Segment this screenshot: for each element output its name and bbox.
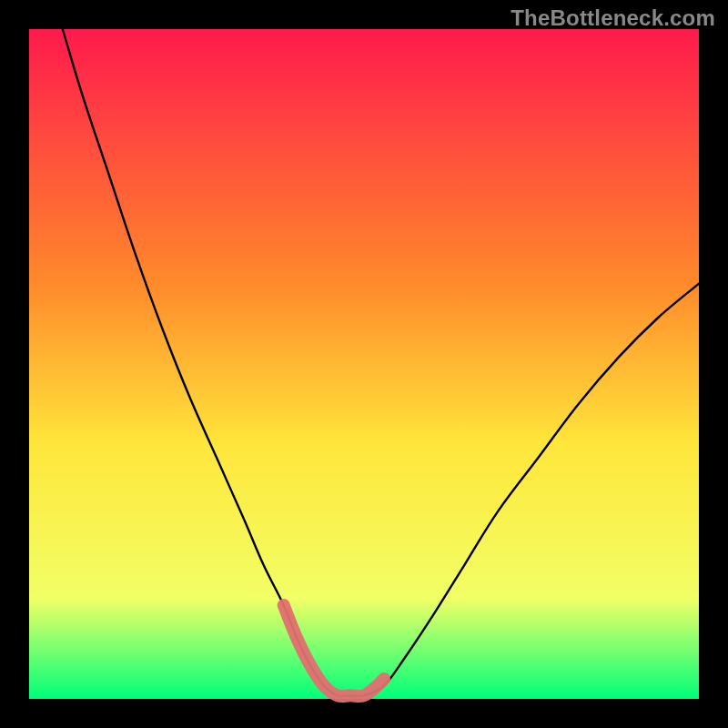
plot-background [29, 29, 699, 699]
bottleneck-chart [0, 0, 728, 728]
chart-frame: { "watermark": "TheBottleneck.com", "col… [0, 0, 728, 728]
watermark-text: TheBottleneck.com [511, 5, 715, 31]
